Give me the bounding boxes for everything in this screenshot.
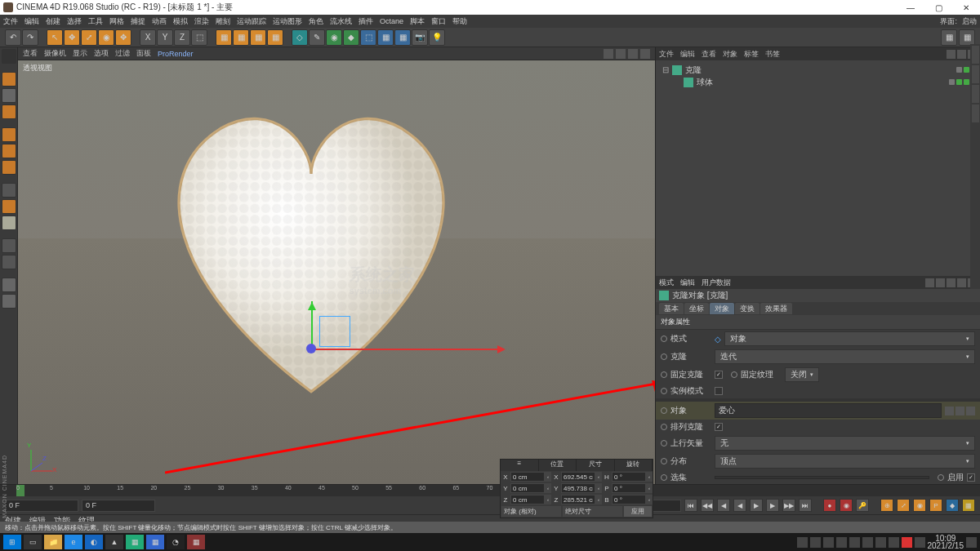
autokey-button[interactable]: ◉: [840, 499, 853, 512]
menu-捕捉[interactable]: 捕捉: [131, 16, 145, 27]
pos-Y[interactable]: [510, 483, 545, 493]
undo-button[interactable]: ↶: [5, 29, 21, 46]
render-active-button[interactable]: ▦: [267, 29, 283, 46]
timeline-ruler[interactable]: 051015202530354045505560657075808590: [0, 485, 980, 496]
light-button[interactable]: 💡: [429, 29, 445, 46]
rot-B[interactable]: [612, 495, 646, 504]
subdiv-button[interactable]: ◉: [326, 29, 342, 46]
redo-button[interactable]: ↷: [22, 29, 38, 46]
instance-checkbox[interactable]: [715, 387, 723, 395]
vp-tab-查看[interactable]: 查看: [23, 48, 38, 59]
size-Z[interactable]: [561, 495, 595, 504]
content-browser-icon[interactable]: ▦: [941, 29, 957, 46]
move-tool[interactable]: ✥: [64, 29, 80, 46]
edge-tab[interactable]: [972, 46, 979, 64]
coord-mode-dropdown[interactable]: 对象 (相对): [501, 506, 561, 517]
vp-tab-面板[interactable]: 面板: [136, 48, 151, 59]
app4-taskbar[interactable]: ▦: [146, 535, 164, 549]
menu-运动跟踪[interactable]: 运动跟踪: [237, 16, 266, 27]
object-link-field[interactable]: 爱心: [715, 403, 942, 418]
axis-mode[interactable]: [2, 183, 16, 198]
menu-动画[interactable]: 动画: [152, 16, 167, 27]
pen-tool[interactable]: ✎: [309, 29, 325, 46]
maximize-button[interactable]: ▢: [924, 0, 952, 15]
subtab-效果器[interactable]: 效果器: [760, 303, 792, 314]
menu-模拟[interactable]: 模拟: [173, 16, 188, 27]
scale-key-toggle[interactable]: ⤢: [897, 499, 910, 512]
link-pick-icon[interactable]: [956, 407, 964, 415]
menu-编辑[interactable]: 编辑: [24, 16, 39, 27]
om-tab-书签[interactable]: 书签: [765, 49, 780, 60]
rot-key-toggle[interactable]: ◉: [913, 499, 926, 512]
cloner-button[interactable]: ⬚: [360, 29, 376, 46]
om-tab-查看[interactable]: 查看: [702, 49, 716, 60]
app3-taskbar[interactable]: ▦: [126, 535, 144, 549]
enable-checkbox[interactable]: ✓: [967, 473, 975, 482]
goto-end-button[interactable]: ⏭: [799, 499, 812, 512]
layout-icon[interactable]: ▦: [959, 29, 975, 46]
app2-taskbar[interactable]: ▲: [105, 535, 123, 549]
rotate-tool[interactable]: ◉: [98, 29, 114, 46]
rot-P[interactable]: [612, 483, 646, 493]
vp-pan-icon[interactable]: [616, 49, 626, 59]
vp-tab-过滤[interactable]: 过滤: [115, 48, 130, 59]
vp-zoom-icon[interactable]: [604, 49, 613, 59]
goto-start-button[interactable]: ⏮: [684, 499, 697, 512]
om-tab-文件[interactable]: 文件: [659, 49, 674, 60]
attr-tab-用户数据[interactable]: 用户数据: [702, 278, 731, 288]
planar-workplane[interactable]: [2, 255, 16, 269]
coord-system-toggle[interactable]: ⬚: [191, 29, 207, 46]
vp-toggle-icon[interactable]: [640, 49, 650, 59]
om-search-icon[interactable]: [947, 50, 956, 59]
render-settings-button[interactable]: ▦: [250, 29, 266, 46]
close-button[interactable]: ✕: [952, 0, 980, 15]
keyframe-icon[interactable]: ▦: [962, 499, 975, 512]
deformer-button[interactable]: ▦: [377, 29, 394, 46]
task-view-button[interactable]: ▭: [24, 535, 42, 549]
next-frame-button[interactable]: ▶: [766, 499, 779, 512]
subtab-对象[interactable]: 对象: [710, 303, 734, 314]
subtab-变换[interactable]: 变换: [735, 303, 760, 314]
key-selection-button[interactable]: 🔑: [856, 499, 869, 512]
locked-workplane[interactable]: [2, 238, 16, 253]
c4d-taskbar[interactable]: ◔: [167, 535, 185, 549]
om-tab-编辑[interactable]: 编辑: [680, 49, 695, 60]
viewport-solo-off[interactable]: [2, 278, 16, 292]
apply-button[interactable]: 应用: [624, 506, 652, 517]
menu-流水线[interactable]: 流水线: [330, 16, 352, 27]
layout-dropdown[interactable]: 启动: [962, 16, 977, 27]
point-mode[interactable]: [2, 127, 16, 142]
workplane-button[interactable]: [2, 216, 16, 230]
workplane-mode[interactable]: [2, 104, 16, 119]
tree-item-克隆[interactable]: ⊟克隆: [659, 64, 977, 76]
start-frame-field[interactable]: 0 F: [5, 500, 78, 512]
record-button[interactable]: ●: [823, 499, 836, 512]
rot-H[interactable]: [612, 472, 646, 482]
menu-选择[interactable]: 选择: [67, 16, 82, 27]
menu-网格[interactable]: 网格: [109, 16, 124, 27]
upvector-dropdown[interactable]: 无: [715, 436, 975, 451]
menu-渲染[interactable]: 渲染: [194, 16, 209, 27]
vp-tab-显示[interactable]: 显示: [73, 48, 87, 59]
size-X[interactable]: [561, 472, 595, 482]
attr-tab-模式[interactable]: 模式: [659, 278, 674, 288]
menu-创建[interactable]: 创建: [46, 16, 60, 27]
scale-tool[interactable]: ⤢: [81, 29, 97, 46]
menu-运动图形[interactable]: 运动图形: [273, 16, 302, 27]
camera-button[interactable]: 📷: [412, 29, 428, 46]
pos-X[interactable]: [510, 472, 545, 482]
fixclone-checkbox[interactable]: ✓: [715, 371, 723, 379]
menu-雕刻[interactable]: 雕刻: [216, 16, 230, 27]
edge-taskbar[interactable]: e: [65, 535, 82, 549]
pla-key-toggle[interactable]: ◆: [946, 499, 959, 512]
cube-primitive[interactable]: ◇: [292, 29, 308, 46]
object-tree[interactable]: ⊟克隆球体: [656, 60, 980, 276]
notifications-icon[interactable]: [966, 537, 977, 548]
vp-tab-摄像机[interactable]: 摄像机: [44, 48, 66, 59]
snapping-toggle[interactable]: [2, 199, 16, 214]
play-back-button[interactable]: ◀: [733, 499, 746, 512]
link-clear-icon[interactable]: [966, 407, 975, 415]
vp-rotate-icon[interactable]: [628, 49, 638, 59]
play-fwd-button[interactable]: ▶: [750, 499, 763, 512]
app1-taskbar[interactable]: ◐: [85, 535, 103, 549]
